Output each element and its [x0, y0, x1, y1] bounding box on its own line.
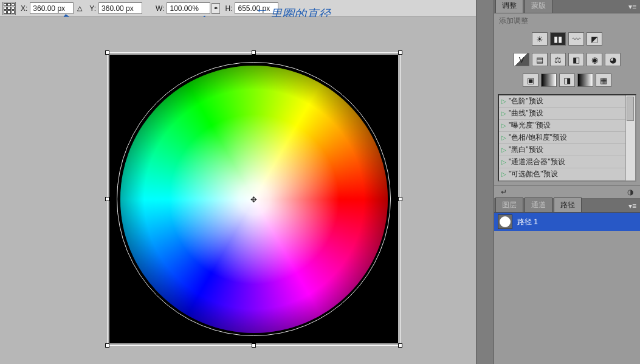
adjustment-presets-list[interactable]: ▷"色阶"预设 ▷"曲线"预设 ▷"曝光度"预设 ▷"色相/饱和度"预设 ▷"黑…	[498, 94, 636, 182]
disclosure-icon: ▷	[501, 98, 506, 105]
handle-right[interactable]	[398, 197, 402, 201]
return-to-list-icon[interactable]: ↵	[498, 187, 510, 197]
transform-options-bar: X: △ Y: W: ⚭ H:	[0, 0, 476, 17]
preset-label: "通道混合器"预设	[509, 157, 565, 167]
handle-top-left[interactable]	[105, 50, 109, 55]
add-adjustment-label: 添加调整	[494, 13, 640, 29]
delta-icon[interactable]: △	[75, 4, 84, 12]
adjustment-icons-row-1: ☀ ▮▮ 〰 ◩	[494, 29, 640, 49]
h-input[interactable]	[235, 2, 278, 14]
preset-label: "曝光度"预设	[509, 120, 551, 131]
path-thumbnail	[498, 215, 512, 229]
preset-item[interactable]: ▷"色阶"预设	[499, 95, 635, 108]
handle-top[interactable]	[252, 50, 256, 55]
preset-item[interactable]: ▷"曝光度"预设	[499, 120, 635, 132]
panels-column: 调整 蒙版 ▾≡ 添加调整 ☀ ▮▮ 〰 ◩ V ▤ ⚖ ◧ ◉ ◕ ▣	[494, 0, 640, 364]
tab-channels[interactable]: 通道	[525, 197, 552, 212]
photo-filter-icon[interactable]: ◉	[587, 53, 602, 66]
handle-bottom-left[interactable]	[105, 343, 109, 348]
h-label: H:	[221, 4, 233, 13]
preset-label: "色相/饱和度"预设	[509, 132, 567, 143]
artboard	[109, 55, 398, 343]
handle-bottom-right[interactable]	[398, 343, 402, 348]
adjustments-tabs: 调整 蒙版 ▾≡	[494, 0, 640, 13]
threshold-icon[interactable]: ◨	[559, 74, 575, 87]
w-label: W:	[152, 4, 165, 13]
brightness-contrast-icon[interactable]: ☀	[532, 32, 548, 46]
panel-dock: 调整 蒙版 ▾≡ 添加调整 ☀ ▮▮ 〰 ◩ V ▤ ⚖ ◧ ◉ ◕ ▣	[476, 0, 640, 364]
invert-icon[interactable]: ▣	[523, 74, 538, 87]
preset-item[interactable]: ▷"色相/饱和度"预设	[499, 132, 635, 144]
tab-adjustments[interactable]: 调整	[495, 0, 523, 13]
reference-point-grid[interactable]	[2, 2, 16, 15]
path-name: 路径 1	[517, 217, 538, 227]
gradient-map-icon[interactable]	[577, 74, 593, 87]
disclosure-icon: ▷	[501, 134, 506, 141]
disclosure-icon: ▷	[501, 146, 506, 153]
tab-masks[interactable]: 蒙版	[525, 0, 552, 13]
disclosure-icon: ▷	[501, 171, 506, 177]
disclosure-icon: ▷	[501, 110, 506, 117]
clip-to-layer-icon[interactable]: ◑	[624, 187, 636, 197]
adjustments-panel-body: 添加调整 ☀ ▮▮ 〰 ◩ V ▤ ⚖ ◧ ◉ ◕ ▣ ◨ ▦	[494, 13, 640, 199]
exposure-icon[interactable]: ◩	[587, 32, 602, 46]
x-input[interactable]	[30, 2, 74, 14]
preset-item[interactable]: ▷"可选颜色"预设	[499, 168, 635, 180]
handle-top-right[interactable]	[398, 50, 402, 55]
canvas-area[interactable]: ✥	[0, 17, 476, 364]
hue-sat-icon[interactable]: ▤	[532, 53, 548, 66]
preset-label: "黑白"预设	[509, 145, 543, 155]
tab-layers[interactable]: 图层	[495, 197, 523, 212]
disclosure-icon: ▷	[501, 122, 506, 129]
layers-tabs: 图层 通道 路径 ▾≡	[494, 199, 640, 213]
paths-empty-area[interactable]	[494, 231, 640, 364]
color-wheel-image	[120, 66, 388, 333]
curves-icon[interactable]: 〰	[568, 32, 584, 46]
black-white-icon[interactable]: ◧	[568, 53, 584, 66]
posterize-icon[interactable]	[541, 74, 557, 87]
preset-item[interactable]: ▷"曲线"预设	[499, 108, 635, 120]
adjustments-footer: ↵ ◑	[494, 185, 640, 199]
adjustment-icons-row-2: V ▤ ⚖ ◧ ◉ ◕	[494, 49, 640, 70]
scrollbar-thumb[interactable]	[627, 97, 634, 121]
handle-bottom[interactable]	[252, 343, 256, 348]
levels-icon[interactable]: ▮▮	[550, 32, 566, 46]
panel-menu-icon[interactable]: ▾≡	[625, 200, 640, 212]
preset-scrollbar[interactable]	[625, 95, 635, 180]
preset-item[interactable]: ▷"通道混合器"预设	[499, 156, 635, 168]
vibrance-icon[interactable]: V	[514, 53, 529, 66]
preset-label: "曲线"预设	[509, 108, 543, 118]
handle-left[interactable]	[105, 197, 109, 201]
preset-label: "色阶"预设	[509, 96, 543, 106]
w-input[interactable]	[167, 2, 210, 14]
y-label: Y:	[86, 4, 97, 13]
disclosure-icon: ▷	[501, 159, 506, 165]
color-balance-icon[interactable]: ⚖	[550, 53, 566, 66]
paths-panel-body: 路径 1	[494, 213, 640, 364]
adjustment-icons-row-3: ▣ ◨ ▦	[494, 70, 640, 91]
preset-item[interactable]: ▷"黑白"预设	[499, 144, 635, 156]
preset-label: "可选颜色"预设	[509, 169, 558, 179]
y-input[interactable]	[98, 2, 142, 14]
panel-menu-icon[interactable]: ▾≡	[625, 1, 640, 13]
channel-mixer-icon[interactable]: ◕	[605, 53, 621, 66]
dock-collapse-strip[interactable]	[476, 0, 494, 364]
x-label: X:	[17, 4, 29, 13]
path-item-selected[interactable]: 路径 1	[494, 213, 640, 231]
selective-color-icon[interactable]: ▦	[596, 74, 611, 87]
tab-paths[interactable]: 路径	[554, 197, 582, 212]
link-aspect-icon[interactable]: ⚭	[212, 3, 220, 14]
